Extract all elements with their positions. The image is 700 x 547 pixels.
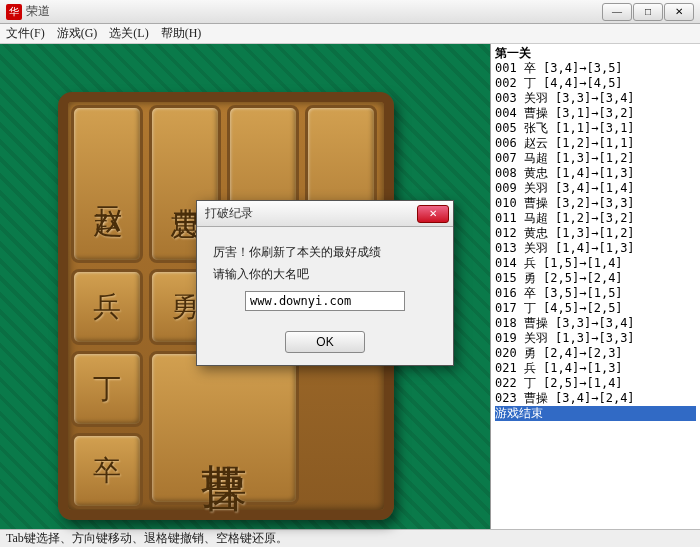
dialog-body: 厉害！你刷新了本关的最好成绩 请输入你的大名吧 [197, 227, 453, 323]
dialog-close-button[interactable]: ✕ [417, 205, 449, 223]
move-row[interactable]: 012 黄忠 [1,3]→[1,2] [495, 226, 696, 241]
tile-bing[interactable]: 兵 [71, 269, 143, 345]
move-row[interactable]: 005 张飞 [1,1]→[3,1] [495, 121, 696, 136]
move-row[interactable]: 018 曹操 [3,3]→[3,4] [495, 316, 696, 331]
move-row[interactable]: 013 关羽 [1,4]→[1,3] [495, 241, 696, 256]
move-list[interactable]: 第一关 001 卒 [3,4]→[3,5]002 丁 [4,4]→[4,5]00… [490, 44, 700, 529]
menu-level[interactable]: 选关(L) [109, 25, 148, 42]
move-row[interactable]: 009 关羽 [3,4]→[1,4] [495, 181, 696, 196]
record-dialog: 打破纪录 ✕ 厉害！你刷新了本关的最好成绩 请输入你的大名吧 OK [196, 200, 454, 366]
window-titlebar: 华 荣道 — □ ✕ [0, 0, 700, 24]
game-over-row[interactable]: 游戏结束 [495, 406, 696, 421]
maximize-button[interactable]: □ [633, 3, 663, 21]
move-row[interactable]: 006 赵云 [1,2]→[1,1] [495, 136, 696, 151]
move-row[interactable]: 001 卒 [3,4]→[3,5] [495, 61, 696, 76]
menu-game[interactable]: 游戏(G) [57, 25, 98, 42]
ok-button[interactable]: OK [285, 331, 365, 353]
window-title: 荣道 [26, 3, 50, 20]
tile-zu[interactable]: 卒 [71, 433, 143, 509]
move-row[interactable]: 015 勇 [2,5]→[2,4] [495, 271, 696, 286]
statusbar-text: Tab键选择、方向键移动、退格键撤销、空格键还原。 [6, 530, 288, 547]
tile-caocao[interactable]: 曹操 [149, 351, 299, 505]
dialog-titlebar[interactable]: 打破纪录 ✕ [197, 201, 453, 227]
move-row[interactable]: 002 丁 [4,4]→[4,5] [495, 76, 696, 91]
move-row[interactable]: 017 丁 [4,5]→[2,5] [495, 301, 696, 316]
menu-help[interactable]: 帮助(H) [161, 25, 202, 42]
statusbar: Tab键选择、方向键移动、退格键撤销、空格键还原。 [0, 529, 700, 547]
move-row[interactable]: 016 卒 [3,5]→[1,5] [495, 286, 696, 301]
move-row[interactable]: 007 马超 [1,3]→[1,2] [495, 151, 696, 166]
move-row[interactable]: 003 关羽 [3,3]→[3,4] [495, 91, 696, 106]
minimize-button[interactable]: — [602, 3, 632, 21]
tile-ding[interactable]: 丁 [71, 351, 143, 427]
close-button[interactable]: ✕ [664, 3, 694, 21]
move-row[interactable]: 010 曹操 [3,2]→[3,3] [495, 196, 696, 211]
move-row[interactable]: 020 勇 [2,4]→[2,3] [495, 346, 696, 361]
move-row[interactable]: 011 马超 [1,2]→[3,2] [495, 211, 696, 226]
name-input[interactable] [245, 291, 405, 311]
move-row[interactable]: 023 曹操 [3,4]→[2,4] [495, 391, 696, 406]
window-buttons: — □ ✕ [602, 3, 700, 21]
menubar: 文件(F) 游戏(G) 选关(L) 帮助(H) [0, 24, 700, 44]
move-row[interactable]: 021 兵 [1,4]→[1,3] [495, 361, 696, 376]
tile-zhaoyun[interactable]: 赵云 [71, 105, 143, 263]
move-row[interactable]: 022 丁 [2,5]→[1,4] [495, 376, 696, 391]
move-row[interactable]: 008 黄忠 [1,4]→[1,3] [495, 166, 696, 181]
move-row[interactable]: 019 关羽 [1,3]→[3,3] [495, 331, 696, 346]
move-row[interactable]: 004 曹操 [3,1]→[3,2] [495, 106, 696, 121]
move-row[interactable]: 014 兵 [1,5]→[1,4] [495, 256, 696, 271]
level-title: 第一关 [495, 46, 696, 61]
dialog-buttons: OK [197, 323, 453, 365]
dialog-line1: 厉害！你刷新了本关的最好成绩 [213, 241, 437, 263]
app-icon: 华 [6, 4, 22, 20]
dialog-line2: 请输入你的大名吧 [213, 263, 437, 285]
menu-file[interactable]: 文件(F) [6, 25, 45, 42]
dialog-title: 打破纪录 [205, 205, 253, 222]
